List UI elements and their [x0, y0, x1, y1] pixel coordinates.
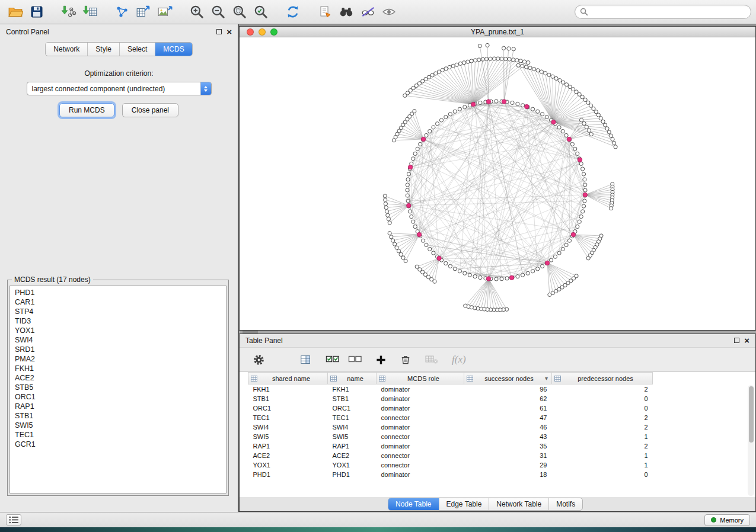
zoom-fit-icon — [232, 4, 247, 20]
mcds-result-item[interactable]: SRD1 — [10, 345, 226, 354]
share-network-button[interactable] — [111, 1, 133, 23]
create-column-button[interactable] — [375, 350, 387, 369]
copy-document-button[interactable] — [314, 1, 336, 23]
table-row[interactable]: SWI5 SWI5 connector 43 1 — [248, 432, 653, 441]
column-icon — [299, 354, 312, 366]
table-row[interactable]: RAP1 RAP1 dominator 35 2 — [248, 441, 653, 451]
close-panel-button-text[interactable]: Close panel — [122, 103, 178, 117]
open-file-button[interactable] — [5, 1, 26, 23]
col-header-name[interactable]: name — [328, 373, 377, 384]
eye-icon — [381, 4, 397, 20]
fx-icon: f(x) — [452, 354, 466, 366]
mcds-result-item[interactable]: GCR1 — [10, 440, 226, 449]
network-canvas-svg[interactable] — [240, 37, 755, 330]
float-table-panel-button[interactable] — [734, 336, 739, 345]
import-table-icon — [82, 4, 98, 20]
search-input[interactable] — [592, 8, 746, 16]
tab-network-table[interactable]: Network Table — [489, 498, 549, 510]
mcds-result-item[interactable]: CAR1 — [10, 297, 226, 307]
delete-column-button[interactable] — [400, 350, 412, 369]
mcds-result-item[interactable]: TID3 — [10, 316, 226, 326]
mcds-result-item[interactable]: FKH1 — [10, 364, 226, 373]
close-table-panel-button[interactable]: × — [744, 338, 749, 344]
mcds-result-item[interactable]: RAP1 — [10, 402, 226, 411]
select-all-rows-button[interactable] — [326, 350, 340, 369]
table-row[interactable]: STB1 STB1 dominator 62 0 — [248, 394, 653, 403]
tab-node-table[interactable]: Node Table — [388, 498, 439, 510]
mcds-result-item[interactable]: STB1 — [10, 411, 226, 421]
table-settings-button[interactable] — [253, 350, 265, 369]
refresh-layout-button[interactable] — [282, 1, 304, 23]
show-columns-button[interactable] — [299, 350, 312, 369]
table-panel-header: Table Panel × — [240, 334, 755, 347]
show-hide-button[interactable] — [378, 1, 400, 23]
table-row[interactable]: YOX1 YOX1 connector 29 1 — [248, 460, 653, 470]
tab-select[interactable]: Select — [120, 43, 155, 56]
mcds-result-item[interactable]: STB5 — [10, 383, 226, 392]
table-row[interactable]: TEC1 TEC1 connector 47 2 — [248, 413, 653, 422]
zoom-selected-button[interactable] — [250, 1, 272, 23]
tab-style[interactable]: Style — [88, 43, 120, 56]
table-toolbar: f(x) — [240, 347, 755, 372]
col-header-successor-nodes[interactable]: successor nodes ▾ — [464, 373, 552, 384]
cytoscape-app: Control Panel × Network Style Select MCD… — [0, 0, 756, 532]
zoom-out-button[interactable] — [208, 1, 229, 23]
col-header-predecessor-nodes[interactable]: predecessor nodes — [552, 373, 653, 384]
tab-edge-table[interactable]: Edge Table — [439, 498, 490, 510]
trash-icon — [400, 354, 412, 366]
mcds-result-item[interactable]: YOX1 — [10, 326, 226, 335]
table-row[interactable]: FKH1 FKH1 dominator 96 2 — [248, 384, 653, 394]
node-table: shared name name MCDS role successor n — [248, 372, 653, 479]
close-panel-button[interactable]: × — [227, 29, 232, 35]
table-row[interactable]: PHD1 PHD1 dominator 18 0 — [248, 470, 653, 479]
table-row[interactable]: ORC1 ORC1 dominator 61 0 — [248, 403, 653, 413]
export-image-button[interactable] — [154, 1, 176, 23]
memory-button[interactable]: Memory — [704, 514, 750, 526]
mcds-result-item[interactable]: ACE2 — [10, 373, 226, 383]
col-header-mcds-role[interactable]: MCDS role — [377, 373, 464, 384]
task-history-button[interactable] — [6, 514, 21, 525]
control-panel-header: Control Panel × — [0, 24, 238, 40]
save-session-button[interactable] — [26, 1, 47, 23]
function-builder-button[interactable]: f(x) — [452, 350, 466, 369]
table-row[interactable]: ACE2 ACE2 connector 31 1 — [248, 451, 653, 460]
export-table-icon — [136, 4, 151, 20]
refresh-icon — [285, 4, 301, 20]
zoom-fit-button[interactable] — [229, 1, 250, 23]
status-bar: Memory — [0, 512, 756, 527]
deselect-all-rows-button[interactable] — [348, 350, 362, 369]
table-scrollbar-thumb[interactable] — [749, 386, 754, 443]
mcds-result-item[interactable]: SWI4 — [10, 335, 226, 345]
float-panel-button[interactable] — [216, 28, 222, 36]
graphics-details-button[interactable] — [357, 1, 378, 23]
export-table-button[interactable] — [133, 1, 154, 23]
mcds-result-item[interactable]: PHD1 — [10, 288, 226, 297]
table-scrollbar[interactable] — [748, 385, 754, 496]
criterion-dropdown[interactable]: largest connected component (undirected) — [27, 82, 212, 95]
copy-document-icon — [318, 5, 332, 19]
import-network-button[interactable] — [58, 1, 79, 23]
dropdown-stepper-icon — [200, 82, 211, 95]
tab-motifs[interactable]: Motifs — [549, 498, 582, 510]
mcds-result-item[interactable]: ORC1 — [10, 392, 226, 402]
table-panel-title: Table Panel — [245, 336, 283, 345]
column-grid-icon — [554, 376, 561, 382]
import-table-button[interactable] — [79, 1, 101, 23]
zoom-in-icon — [189, 4, 205, 20]
sort-desc-icon[interactable]: ▾ — [545, 375, 548, 382]
clear-table-button-disabled[interactable] — [425, 350, 439, 369]
network-window: YPA_prune.txt_1 — [239, 26, 756, 331]
run-mcds-button[interactable]: Run MCDS — [59, 103, 114, 117]
table-row[interactable]: SWI4 SWI4 dominator 46 2 — [248, 422, 653, 432]
find-button[interactable] — [336, 1, 357, 23]
tab-network[interactable]: Network — [46, 43, 88, 56]
zoom-in-button[interactable] — [186, 1, 208, 23]
col-header-shared-name[interactable]: shared name — [248, 373, 328, 384]
mcds-result-item[interactable]: PMA2 — [10, 354, 226, 364]
right-side: YPA_prune.txt_1 Table Panel × — [239, 24, 756, 512]
mcds-result-item[interactable]: STP4 — [10, 307, 226, 316]
mcds-result-item[interactable]: TEC1 — [10, 430, 226, 440]
tab-mcds[interactable]: MCDS — [155, 43, 192, 56]
mcds-result-list: PHD1CAR1STP4TID3YOX1SWI4SRD1PMA2FKH1ACE2… — [9, 286, 227, 493]
mcds-result-item[interactable]: SWI5 — [10, 421, 226, 430]
